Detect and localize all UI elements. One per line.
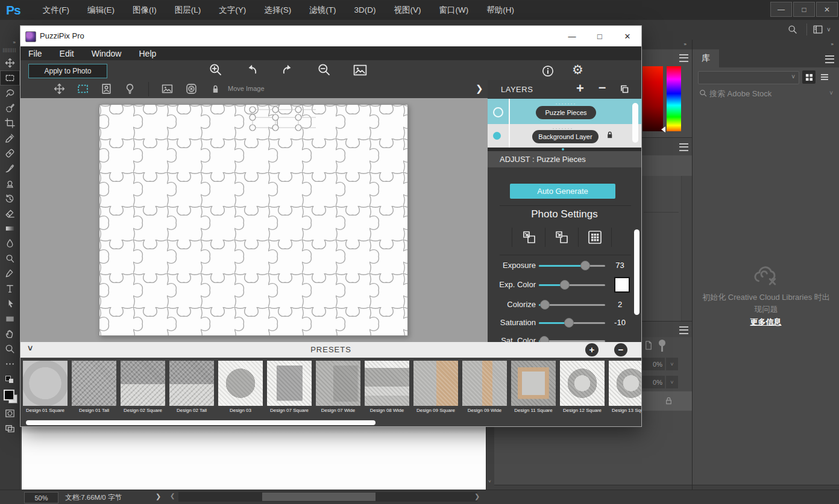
place-image-icon[interactable]: [353, 63, 368, 78]
transform-handles[interactable]: [245, 102, 324, 137]
plugin-maximize-button[interactable]: □: [591, 30, 609, 42]
color-field[interactable]: [643, 66, 663, 131]
settings-icon[interactable]: ⚙: [572, 63, 583, 76]
preset-design-09-square[interactable]: Design 09 Square: [413, 361, 458, 414]
pen-tool[interactable]: [0, 266, 20, 281]
spot-heal-tool[interactable]: [0, 146, 20, 161]
redo-icon[interactable]: [280, 62, 296, 78]
quick-select-tool[interactable]: [0, 101, 20, 116]
stock-search-field[interactable]: 搜索 Adobe Stock ˅: [693, 87, 839, 100]
vertical-scrollbar[interactable]: ˅: [486, 426, 495, 490]
layer-row-background[interactable]: ······· Background Layer: [488, 124, 641, 148]
lock-icon[interactable]: [209, 82, 222, 95]
brush-tool[interactable]: [0, 161, 20, 176]
preset-thumbnail[interactable]: [23, 361, 68, 406]
move-cross-icon[interactable]: [53, 82, 66, 95]
scale-small-icon[interactable]: [521, 229, 537, 245]
search-icon[interactable]: [787, 24, 798, 35]
path-select-tool[interactable]: [0, 296, 20, 311]
plugin-titlebar[interactable]: PuzziPix Pro — □ ✕: [20, 26, 641, 46]
slider-knob[interactable]: [560, 280, 570, 290]
layer-name-pill[interactable]: Puzzle Pieces: [536, 106, 596, 119]
ps-close-button[interactable]: ✕: [816, 2, 838, 17]
preset-thumbnail[interactable]: [316, 361, 360, 406]
slider-track[interactable]: [539, 304, 605, 306]
move-tool[interactable]: [0, 55, 20, 70]
apply-to-photo-button[interactable]: Apply to Photo: [28, 64, 107, 78]
plugin-close-button[interactable]: ✕: [618, 30, 636, 42]
auto-generate-button[interactable]: Auto Generate: [510, 184, 615, 199]
ps-menu-3D(D)[interactable]: 3D(D): [345, 0, 385, 20]
collapse-icon[interactable]: »: [684, 42, 687, 47]
scale-corner-icon[interactable]: [554, 229, 570, 245]
grid-view-button[interactable]: [802, 70, 815, 84]
eyedropper-tool[interactable]: [0, 131, 20, 146]
fill-field[interactable]: 0%: [641, 376, 665, 388]
scroll-left-icon[interactable]: ❮: [170, 493, 175, 499]
more-tools[interactable]: [0, 356, 20, 372]
image-icon[interactable]: [161, 82, 174, 95]
history-brush-tool[interactable]: [0, 191, 20, 206]
preset-design-09-wide[interactable]: Design 09 Wide: [462, 361, 507, 414]
tab-libraries[interactable]: 库: [693, 49, 719, 67]
panel-menu-icon[interactable]: [679, 143, 688, 151]
plugin-canvas[interactable]: [20, 98, 488, 342]
preset-design-13-square[interactable]: Design 13 Square: [609, 361, 641, 414]
horizontal-scrollbar[interactable]: [178, 492, 477, 502]
status-chevron-icon[interactable]: ❯: [156, 493, 161, 500]
preset-thumbnail[interactable]: [72, 361, 116, 406]
crop-tool[interactable]: [0, 116, 20, 131]
fill-dropdown-icon[interactable]: ˅: [666, 376, 678, 388]
ps-menu-帮助(H)[interactable]: 帮助(H): [477, 0, 523, 20]
layer-name-pill[interactable]: Background Layer: [532, 130, 599, 143]
slider-knob[interactable]: [564, 318, 574, 328]
preset-design-12-square[interactable]: Design 12 Square: [560, 361, 605, 414]
slider-knob[interactable]: [540, 300, 550, 310]
preset-thumbnail[interactable]: [267, 361, 312, 406]
eraser-tool[interactable]: [0, 206, 20, 221]
hand-tool[interactable]: [0, 326, 20, 341]
undo-icon[interactable]: [244, 62, 259, 78]
presets-scrollbar[interactable]: [26, 420, 376, 425]
ps-menu-图层(L)[interactable]: 图层(L): [166, 0, 210, 20]
document-canvas[interactable]: [22, 426, 486, 490]
ps-maximize-button[interactable]: □: [793, 2, 815, 17]
layers-scrollbar[interactable]: [632, 103, 638, 143]
swap-colors[interactable]: [0, 372, 20, 387]
clone-stamp-tool[interactable]: [0, 176, 20, 191]
fg-bg-colors[interactable]: [0, 387, 20, 406]
preset-design-01-square[interactable]: Design 01 Square: [23, 361, 68, 414]
opacity-dropdown-icon[interactable]: ˅: [666, 358, 678, 370]
type-tool[interactable]: [0, 281, 20, 296]
remove-layer-icon[interactable]: –: [599, 79, 606, 95]
ps-menu-图像(I)[interactable]: 图像(I): [124, 0, 166, 20]
preset-thumbnail[interactable]: [560, 361, 605, 406]
preset-design-07-square[interactable]: Design 07 Square: [267, 361, 312, 414]
preset-design-02-tall[interactable]: Design 02 Tall: [169, 361, 214, 414]
preset-design-07-wide[interactable]: Design 07 Wide: [316, 361, 360, 414]
bulb-icon[interactable]: [124, 82, 136, 95]
ps-menu-窗口(W)[interactable]: 窗口(W): [430, 0, 477, 20]
chevron-right-icon[interactable]: ❯: [476, 83, 483, 94]
layer-visibility-icon[interactable]: [493, 107, 503, 117]
collapse-icon[interactable]: »: [831, 42, 834, 47]
slider-knob[interactable]: [580, 261, 590, 270]
quick-mask[interactable]: [0, 406, 20, 421]
collapse-panel-icon[interactable]: »: [0, 40, 19, 48]
layer-visibility-icon[interactable]: [493, 132, 501, 140]
ps-minimize-button[interactable]: —: [770, 2, 792, 17]
page-icon[interactable]: [643, 340, 653, 350]
preset-thumbnail[interactable]: [609, 361, 641, 406]
preset-thumbnail[interactable]: [365, 361, 409, 406]
more-info-link[interactable]: 更多信息: [693, 317, 839, 328]
slider-track[interactable]: [539, 284, 605, 286]
preset-thumbnail[interactable]: [511, 361, 556, 406]
info-icon[interactable]: [541, 64, 555, 78]
plugin-menu-edit[interactable]: Edit: [60, 49, 74, 58]
zoom-in-icon[interactable]: [208, 62, 224, 78]
remove-preset-button[interactable]: −: [614, 343, 627, 356]
scroll-down-icon[interactable]: ˅: [488, 479, 491, 484]
panel-menu-icon[interactable]: [825, 55, 834, 63]
scrollbar-thumb[interactable]: [262, 493, 376, 501]
circle-x-icon[interactable]: [185, 82, 198, 95]
